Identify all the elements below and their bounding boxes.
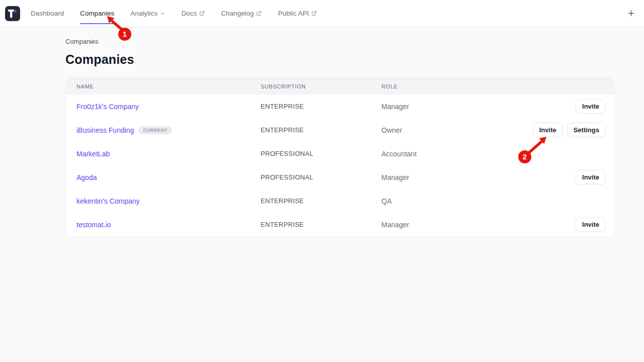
column-header-name: Name <box>76 83 261 89</box>
nav-item-public-api[interactable]: Public API <box>278 0 317 27</box>
nav-item-label: Public API <box>278 10 309 17</box>
company-link[interactable]: Fro0z1k's Company <box>76 103 139 111</box>
invite-button[interactable]: Invite <box>576 170 606 185</box>
companies-table: Name Subscription Role Fro0z1k's Company… <box>65 77 615 237</box>
company-link[interactable]: iBusiness Funding <box>76 126 134 134</box>
table-row: iBusiness Funding CURRENT ENTERPRISE Own… <box>66 118 614 142</box>
external-link-icon <box>199 11 205 16</box>
subscription-cell: ENTERPRISE <box>261 126 381 134</box>
nav-item-label: Companies <box>80 10 114 17</box>
role-cell: Accountant <box>381 150 545 158</box>
main-content: Companies Companies Name Subscription Ro… <box>65 38 615 237</box>
nav-item-label: Changelog <box>221 10 254 17</box>
subscription-cell: PROFESSIONAL <box>261 173 381 181</box>
nav-item-label: Analytics <box>130 10 157 17</box>
app-logo-icon[interactable] <box>5 6 20 21</box>
nav-item-analytics[interactable]: Analytics <box>130 0 165 27</box>
company-link[interactable]: kekentin's Company <box>76 197 140 205</box>
nav-item-changelog[interactable]: Changelog <box>221 0 262 27</box>
subscription-cell: ENTERPRISE <box>261 197 381 205</box>
current-badge: CURRENT <box>138 126 172 134</box>
page-title: Companies <box>65 52 615 67</box>
nav-item-label: Dashboard <box>31 10 64 17</box>
invite-button[interactable]: Invite <box>533 123 563 138</box>
table-row: testomat.io ENTERPRISE Manager Invite <box>66 213 614 236</box>
top-nav: Dashboard Companies Analytics Docs Chang… <box>0 0 644 27</box>
chevron-down-icon <box>160 11 165 16</box>
nav-item-dashboard[interactable]: Dashboard <box>31 0 64 27</box>
external-link-icon <box>256 11 262 16</box>
svg-text:1: 1 <box>123 30 127 38</box>
company-link[interactable]: MarketLab <box>76 150 110 158</box>
nav-item-docs[interactable]: Docs <box>181 0 205 27</box>
role-cell: Manager <box>381 103 545 111</box>
role-cell: Manager <box>381 221 545 229</box>
subscription-cell: PROFESSIONAL <box>261 150 381 157</box>
role-cell: Owner <box>381 126 533 134</box>
table-row: kekentin's Company ENTERPRISE QA <box>66 189 614 213</box>
column-header-role: Role <box>381 83 606 89</box>
nav-item-label: Docs <box>181 10 197 17</box>
external-link-icon <box>311 11 317 16</box>
active-tab-underline <box>80 23 114 24</box>
invite-button[interactable]: Invite <box>576 99 606 114</box>
table-row: MarketLab PROFESSIONAL Accountant <box>66 142 614 165</box>
nav-item-companies[interactable]: Companies <box>80 0 114 27</box>
role-cell: QA <box>381 197 545 205</box>
table-row: Agoda PROFESSIONAL Manager Invite <box>66 165 614 189</box>
add-button[interactable] <box>625 8 637 19</box>
role-cell: Manager <box>381 173 545 182</box>
settings-button[interactable]: Settings <box>567 123 606 138</box>
subscription-cell: ENTERPRISE <box>261 221 381 228</box>
column-header-subscription: Subscription <box>261 83 381 89</box>
breadcrumb[interactable]: Companies <box>65 38 615 45</box>
table-row: Fro0z1k's Company ENTERPRISE Manager Inv… <box>66 95 614 118</box>
table-header-row: Name Subscription Role <box>66 78 614 95</box>
company-link[interactable]: Agoda <box>76 173 97 182</box>
invite-button[interactable]: Invite <box>576 217 606 232</box>
subscription-cell: ENTERPRISE <box>261 103 381 110</box>
company-link[interactable]: testomat.io <box>76 221 111 229</box>
